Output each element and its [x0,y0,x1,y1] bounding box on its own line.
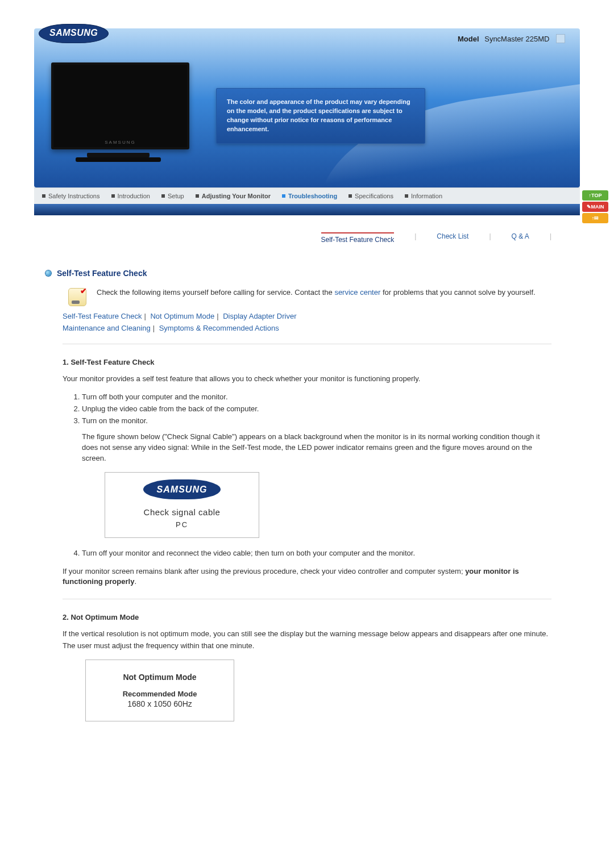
nav-label: Adjusting Your Monitor [202,193,271,199]
brand-logo-text: SAMSUNG [39,24,109,43]
product-illustration: SAMSUNG [51,62,185,159]
subnav-check-list[interactable]: Check List [437,232,468,246]
s1-step3-note: The figure shown below ("Check Signal Ca… [82,432,551,464]
s1-heading: 1. Self-Test Feature Check [63,358,551,366]
service-center-link[interactable]: service center [334,288,380,297]
anchor-links-row-1: Self-Test Feature Check| Not Optimum Mod… [63,312,569,320]
fig2-line2: Recommended Mode [86,690,234,698]
s2-p2: The user must adjust the frequency withi… [63,641,551,652]
section-title: Self-Test Feature Check [57,269,147,278]
section-1: 1. Self-Test Feature Check Your monitor … [63,358,551,587]
nav-introduction[interactable]: Introduction [111,193,150,199]
nav-label: Troubleshooting [288,193,337,199]
model-row: Model SyncMaster 225MD [458,34,565,43]
s1-step-2: Unplug the video cable from the back of … [82,404,551,415]
fig2-line3: 1680 x 1050 60Hz [86,699,234,708]
subnav-self-test[interactable]: Self-Test Feature Check [321,232,395,246]
link-maintenance[interactable]: Maintenance and Cleaning [63,324,151,332]
figure-line2: PC [105,520,259,531]
anchor-links-row-2: Maintenance and Cleaning| Symptoms & Rec… [63,324,569,332]
nav-label: Introduction [118,193,150,199]
nav-label: Information [411,193,442,199]
checklist-icon [68,288,86,306]
header-footer-stripe [34,204,580,215]
figure-line1: Check signal cable [105,506,259,519]
model-label: Model [458,35,479,43]
s2-heading: 2. Not Optimum Mode [63,613,551,621]
link-display-adapter[interactable]: Display Adapter Driver [223,312,296,320]
main-nav: Safety Instructions Introduction Setup A… [34,187,580,204]
link-self-test[interactable]: Self-Test Feature Check [63,312,142,320]
s1-closing: If your monitor screen remains blank aft… [63,566,551,588]
bullet-icon [45,270,51,276]
intro-row: Check the following items yourself befor… [68,288,569,306]
nav-troubleshooting[interactable]: Troubleshooting [282,193,337,199]
nav-safety-instructions[interactable]: Safety Instructions [42,193,100,199]
s1-intro: Your monitor provides a self test featur… [63,374,551,385]
link-not-optimum[interactable]: Not Optimum Mode [150,312,214,320]
nav-setup[interactable]: Setup [161,193,184,199]
nav-information[interactable]: Information [405,193,442,199]
model-value: SyncMaster 225MD [484,35,549,43]
nav-label: Setup [168,193,184,199]
link-symptoms[interactable]: Symptoms & Recommended Actions [159,324,279,332]
side-shortcut-buttons: ↑ TOP ✎ MAIN ↑ ✉ [582,190,608,223]
section-heading: Self-Test Feature Check [45,269,569,278]
s1-step-4: Turn off your monitor and reconnect the … [82,548,551,559]
nav-label: Specifications [355,193,393,199]
divider [63,344,551,344]
fig2-line1: Not Optimum Mode [86,673,234,682]
s1-steps: Turn off both your computer and the moni… [82,392,551,559]
intro-text: Check the following items yourself befor… [97,288,536,306]
disclaimer-box: The color and appearance of the product … [216,88,425,144]
goto-top-button[interactable]: ↑ TOP [582,190,608,201]
nav-label: Safety Instructions [48,193,100,199]
content-area: Self-Test Feature Check Check the follow… [34,269,580,721]
section-2: 2. Not Optimum Mode If the vertical reso… [63,613,551,721]
monitor-brand-text: SAMSUNG [105,140,135,145]
mail-button[interactable]: ↑ ✉ [582,213,608,223]
hero-area: SAMSUNG The color and appearance of the … [34,28,580,187]
model-swatch [556,34,565,43]
subnav-qa[interactable]: Q & A [512,232,529,246]
goto-main-button[interactable]: ✎ MAIN [582,202,608,212]
s2-p1: If the vertical resolution is not optimu… [63,629,551,640]
header-banner: SAMSUNG Model SyncMaster 225MD SAMSUNG T… [34,28,580,215]
nav-specifications[interactable]: Specifications [349,193,393,199]
figure-check-signal: SAMSUNG Check signal cable PC [105,472,259,538]
nav-adjusting[interactable]: Adjusting Your Monitor [196,193,271,199]
s1-step-3: Turn on the monitor. The figure shown be… [82,416,551,538]
brand-logo: SAMSUNG [39,24,109,43]
divider [63,599,551,599]
figure-not-optimum: Not Optimum Mode Recommended Mode 1680 x… [85,660,234,721]
s1-step-1: Turn off both your computer and the moni… [82,392,551,403]
sub-nav: Self-Test Feature Check | Check List | Q… [34,232,580,246]
figure-brand-logo: SAMSUNG [143,479,221,499]
